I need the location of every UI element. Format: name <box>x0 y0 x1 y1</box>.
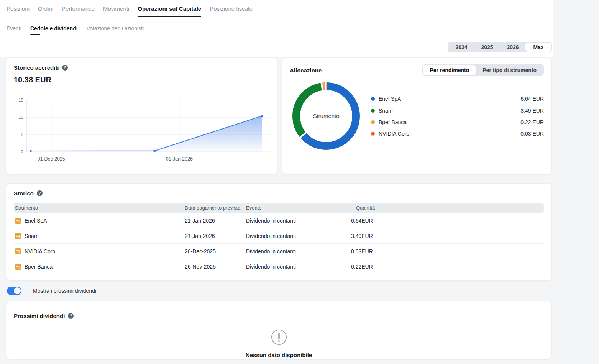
instrument-name: Enel SpA <box>25 218 47 224</box>
accrual-history-title-text: Storico accrediti <box>14 64 59 71</box>
legend-label: Enel SpA <box>379 96 401 102</box>
instrument-name: NVIDIA Corp. <box>25 248 57 254</box>
column-header-strumento: Strumento <box>14 205 185 211</box>
help-icon[interactable]: ? <box>68 313 74 319</box>
instrument-name: Bper Banca <box>25 264 53 270</box>
accrual-area-chart: 05101501-Dec-202501-Jan-2026 <box>14 96 269 164</box>
help-icon[interactable]: ? <box>62 65 68 71</box>
subtab-label: Eventi <box>7 25 21 31</box>
top-cards-row: Storico accrediti ? 10.38 EUR 05101501-D… <box>6 57 552 175</box>
table-row-enel-spa[interactable]: EQEnel SpA21-Jan-2026Dividendo in contan… <box>14 213 544 228</box>
upcoming-dividends-switch[interactable] <box>7 287 21 295</box>
legend-dot-icon <box>371 109 375 113</box>
empty-state-message: Nessun dato disponibile <box>246 352 312 358</box>
equity-badge-icon: EQ <box>15 233 21 239</box>
tab-posizione-fiscale[interactable]: Posizione fiscale <box>210 0 253 17</box>
equity-badge-icon: EQ <box>15 218 21 224</box>
allocation-view-option-per-tipo-di-strumento[interactable]: Per tipo di strumento <box>476 65 543 75</box>
legend-label: NVIDIA Corp. <box>379 131 411 137</box>
event-cell: Dividendo in contanti <box>246 233 351 239</box>
quantity-cell: 6.64EUR <box>351 218 544 224</box>
svg-text:01-Dec-2025: 01-Dec-2025 <box>38 156 65 162</box>
accrual-history-card: Storico accrediti ? 10.38 EUR 05101501-D… <box>6 57 277 175</box>
svg-text:0: 0 <box>21 149 23 154</box>
main-nav: PosizioniOrdiniPerformanceMovimentiOpera… <box>0 0 553 17</box>
accrual-history-title: Storico accrediti ? <box>14 64 269 71</box>
period-option-2024[interactable]: 2024 <box>448 43 474 52</box>
tab-movimenti[interactable]: Movimenti <box>103 0 129 17</box>
legend-value: 0.03 EUR <box>520 131 544 137</box>
switch-knob <box>14 287 21 294</box>
subtab-votazione-degli-azionisti[interactable]: Votazione degli azionisti <box>87 25 144 35</box>
allocation-title: Allocazione <box>290 67 322 74</box>
subtab-label: Votazione degli azionisti <box>87 25 144 31</box>
svg-text:15: 15 <box>18 98 23 102</box>
svg-text:5: 5 <box>21 132 23 137</box>
allocation-legend: Enel SpA6.64 EURSnam3.49 EURBper Banca0.… <box>371 93 544 139</box>
history-title: Storico ? <box>14 190 544 197</box>
upcoming-dividends-card: Prossimi dividendi ? Nessun dato disponi… <box>6 301 552 359</box>
table-row-snam[interactable]: EQSnam21-Jan-2026Dividendo in contanti3.… <box>14 228 544 244</box>
upcoming-dividends-toggle-label: Mostra i prossimi dividendi <box>33 288 96 294</box>
column-header-evento: Evento <box>246 205 351 211</box>
table-row-nvidia-corp[interactable]: EQNVIDIA Corp.26-Dec-2025Dividendo in co… <box>14 244 544 259</box>
history-title-text: Storico <box>14 190 34 197</box>
payment-date-cell: 26-Dec-2025 <box>185 248 246 254</box>
legend-dot-icon <box>371 132 375 136</box>
payment-date-cell: 26-Nov-2025 <box>185 264 246 270</box>
alert-circle-icon <box>271 329 287 346</box>
accrual-total-amount: 10.38 EUR <box>14 75 269 84</box>
legend-label: Snam <box>379 108 393 114</box>
event-cell: Dividendo in contanti <box>246 218 351 224</box>
quantity-cell: 0.03EUR <box>351 248 544 254</box>
tab-ordini[interactable]: Ordini <box>38 0 53 17</box>
upcoming-dividends-toggle-row: Mostra i prossimi dividendi <box>6 286 552 295</box>
allocation-view-toggle: Per rendimentoPer tipo di strumento <box>422 64 544 76</box>
legend-item-bper-banca: Bper Banca0.22 EUR <box>371 116 544 128</box>
legend-label: Bper Banca <box>379 119 407 125</box>
upcoming-dividends-title: Prossimi dividendi ? <box>14 313 544 319</box>
legend-dot-icon <box>371 120 375 124</box>
history-card: Storico ? StrumentoData pagamento previs… <box>6 183 552 281</box>
history-table-body: EQEnel SpA21-Jan-2026Dividendo in contan… <box>14 213 544 274</box>
payment-date-cell: 21-Jan-2026 <box>185 218 246 224</box>
svg-text:Strumento: Strumento <box>313 113 339 119</box>
instrument-cell: EQNVIDIA Corp. <box>14 248 185 254</box>
period-option-max[interactable]: Max <box>525 43 551 52</box>
sub-nav: EventiCedole e dividendiVotazione degli … <box>0 25 553 35</box>
subtab-label: Cedole e dividendi <box>30 25 78 31</box>
legend-value: 3.49 EUR <box>520 108 544 114</box>
tab-posizioni[interactable]: Posizioni <box>7 0 30 17</box>
svg-text:10: 10 <box>18 115 23 120</box>
event-cell: Dividendo in contanti <box>246 248 351 254</box>
svg-text:01-Jan-2026: 01-Jan-2026 <box>166 156 193 162</box>
allocation-card: Allocazione Per rendimentoPer tipo di st… <box>282 57 552 175</box>
equity-badge-icon: EQ <box>15 264 21 270</box>
period-option-2026[interactable]: 2026 <box>500 43 525 52</box>
allocation-view-option-per-rendimento[interactable]: Per rendimento <box>423 65 476 75</box>
legend-item-enel-spa: Enel SpA6.64 EUR <box>371 93 544 105</box>
allocation-header: Allocazione Per rendimentoPer tipo di st… <box>290 64 544 76</box>
column-header-data-pagamento-prevista: Data pagamento prevista <box>185 205 246 211</box>
instrument-cell: EQBper Banca <box>14 264 185 270</box>
event-cell: Dividendo in contanti <box>246 264 351 270</box>
subtab-eventi[interactable]: Eventi <box>7 25 21 35</box>
history-table-header: StrumentoData pagamento previstaEventoQu… <box>14 203 544 213</box>
period-filter: 202420252026Max <box>448 42 552 52</box>
allocation-body: Strumento Enel SpA6.64 EURSnam3.49 EURBp… <box>290 82 544 150</box>
subtab-cedole-e-dividendi[interactable]: Cedole e dividendi <box>30 25 78 35</box>
help-icon[interactable]: ? <box>37 190 43 196</box>
period-option-2025[interactable]: 2025 <box>474 43 500 52</box>
legend-dot-icon <box>371 97 375 101</box>
instrument-name: Snam <box>25 233 39 239</box>
tab-operazioni-sul-capitale[interactable]: Operazioni sul Capitale <box>138 0 201 17</box>
active-subtab-underline <box>30 34 40 35</box>
payment-date-cell: 21-Jan-2026 <box>185 233 246 239</box>
table-row-bper-banca[interactable]: EQBper Banca26-Nov-2025Dividendo in cont… <box>14 259 544 274</box>
tab-performance[interactable]: Performance <box>62 0 95 17</box>
instrument-cell: EQSnam <box>14 233 185 239</box>
content-area: Storico accrediti ? 10.38 EUR 05101501-D… <box>6 57 552 359</box>
quantity-cell: 3.49EUR <box>351 233 544 239</box>
column-header-quantit: Quantità <box>351 205 544 211</box>
empty-state: Nessun dato disponibile <box>14 329 544 358</box>
